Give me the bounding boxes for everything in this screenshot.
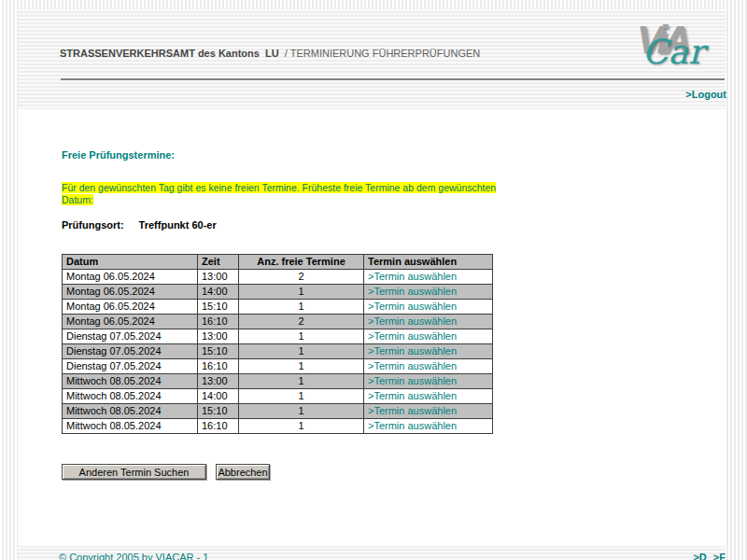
column-header-datum: Datum [63,255,198,270]
datum-cell: Mittwoch 08.05.2024 [63,419,198,434]
datum-cell: Dienstag 07.05.2024 [63,344,198,359]
viacar-logo-car-text: Car [642,35,704,69]
table-row: Mittwoch 08.05.202416:101>Termin auswähl… [63,419,493,434]
zeit-cell: 13:00 [198,329,239,344]
table-row: Montag 06.05.202413:002>Termin auswählen [63,270,493,285]
datum-cell: Montag 06.05.2024 [63,270,198,285]
logout-link[interactable]: >Logout [685,89,726,100]
page-title-office: STRASSENVERKEHRSAMT des Kantons LU [60,48,279,59]
termin-auswaehlen-link[interactable]: >Termin auswählen [368,405,457,416]
termin-auswahl-cell: >Termin auswählen [364,404,493,419]
language-link-french[interactable]: >F [713,552,726,560]
anzahl-cell: 1 [239,300,364,315]
no-free-termine-notice: Für den gewünschten Tag gibt es keine fr… [62,182,508,205]
pruefungsort-label: Prüfungsort: [62,219,124,231]
termin-auswaehlen-link[interactable]: >Termin auswählen [368,315,457,327]
termin-auswaehlen-link[interactable]: >Termin auswählen [368,271,457,282]
column-header-zeit: Zeit [198,255,239,270]
termin-auswahl-cell: >Termin auswählen [364,300,493,315]
zeit-cell: 16:10 [198,315,239,329]
termin-auswaehlen-link[interactable]: >Termin auswählen [368,375,457,386]
abbrechen-button[interactable]: Abbrechen [216,464,270,480]
zeit-cell: 15:10 [198,404,239,419]
page-title: STRASSENVERKEHRSAMT des Kantons LU / TER… [60,48,480,59]
termin-auswahl-cell: >Termin auswählen [364,374,493,389]
anzahl-cell: 2 [239,315,364,329]
notice-highlight-text: Für den gewünschten Tag gibt es keine fr… [62,182,496,205]
table-row: Dienstag 07.05.202415:101>Termin auswähl… [63,344,493,359]
pruefungsort-line: Prüfungsort:Treffpunkt 60-er [62,219,217,231]
termin-auswaehlen-link[interactable]: >Termin auswählen [368,390,457,401]
anzahl-cell: 1 [239,404,364,419]
termin-auswahl-cell: >Termin auswählen [364,419,493,434]
termin-auswaehlen-link[interactable]: >Termin auswählen [368,360,457,371]
table-row: Dienstag 07.05.202416:101>Termin auswähl… [63,359,493,374]
copyright-text: © Copyright 2005 by VIACAR - 1 [59,552,208,560]
anderen-termin-suchen-button[interactable]: Anderen Termin Suchen [62,464,206,480]
anzahl-cell: 2 [239,270,364,285]
datum-cell: Mittwoch 08.05.2024 [63,404,198,419]
free-termine-heading: Freie Prüfungstermine: [62,149,175,161]
table-row: Mittwoch 08.05.202414:001>Termin auswähl… [63,389,493,404]
datum-cell: Mittwoch 08.05.2024 [63,374,198,389]
language-switcher: >D >F [689,552,726,560]
anzahl-cell: 1 [239,359,364,374]
termin-auswahl-cell: >Termin auswählen [364,389,493,404]
anzahl-cell: 1 [239,285,364,300]
zeit-cell: 13:00 [198,270,239,285]
anzahl-cell: 1 [239,374,364,389]
datum-cell: Montag 06.05.2024 [63,300,198,315]
termin-auswaehlen-link[interactable]: >Termin auswählen [368,330,457,342]
table-row: Montag 06.05.202415:101>Termin auswählen [63,300,493,315]
zeit-cell: 15:10 [198,300,239,315]
zeit-cell: 13:00 [198,374,239,389]
table-row: Montag 06.05.202416:102>Termin auswählen [63,315,493,329]
table-row: Dienstag 07.05.202413:001>Termin auswähl… [63,329,493,344]
zeit-cell: 16:10 [198,419,239,434]
zeit-cell: 15:10 [198,344,239,359]
table-row: Montag 06.05.202414:001>Termin auswählen [63,285,493,300]
page-title-section: / TERMINIERUNG FÜHRERPRÜFUNGEN [279,48,481,59]
datum-cell: Dienstag 07.05.2024 [63,359,198,374]
datum-cell: Montag 06.05.2024 [63,285,198,300]
table-header-row: Datum Zeit Anz. freie Termine Termin aus… [63,255,493,270]
viacar-logo: ViA Car [631,21,725,78]
column-header-anzahl: Anz. freie Termine [239,255,364,270]
zeit-cell: 14:00 [198,389,239,404]
termin-auswahl-cell: >Termin auswählen [364,344,493,359]
termine-table: Datum Zeit Anz. freie Termine Termin aus… [62,254,493,434]
datum-cell: Montag 06.05.2024 [63,315,198,329]
header-divider [61,78,725,80]
datum-cell: Dienstag 07.05.2024 [63,329,198,344]
termin-auswaehlen-link[interactable]: >Termin auswählen [368,345,457,357]
termin-auswahl-cell: >Termin auswählen [364,329,493,344]
anzahl-cell: 1 [239,419,364,434]
termin-auswaehlen-link[interactable]: >Termin auswählen [368,301,457,312]
zeit-cell: 14:00 [198,285,239,300]
table-row: Mittwoch 08.05.202413:001>Termin auswähl… [63,374,493,389]
column-header-auswahl: Termin auswählen [364,255,493,270]
table-row: Mittwoch 08.05.202415:101>Termin auswähl… [63,404,493,419]
termin-auswahl-cell: >Termin auswählen [364,285,493,300]
termin-auswahl-cell: >Termin auswählen [364,270,493,285]
zeit-cell: 16:10 [198,359,239,374]
anzahl-cell: 1 [239,344,364,359]
termin-auswahl-cell: >Termin auswählen [364,359,493,374]
language-link-german[interactable]: >D [693,552,706,560]
anzahl-cell: 1 [239,329,364,344]
termin-auswaehlen-link[interactable]: >Termin auswählen [368,420,457,431]
anzahl-cell: 1 [239,389,364,404]
termin-auswaehlen-link[interactable]: >Termin auswählen [368,286,457,297]
datum-cell: Mittwoch 08.05.2024 [63,389,198,404]
termin-auswahl-cell: >Termin auswählen [364,315,493,329]
pruefungsort-value: Treffpunkt 60-er [139,219,217,231]
